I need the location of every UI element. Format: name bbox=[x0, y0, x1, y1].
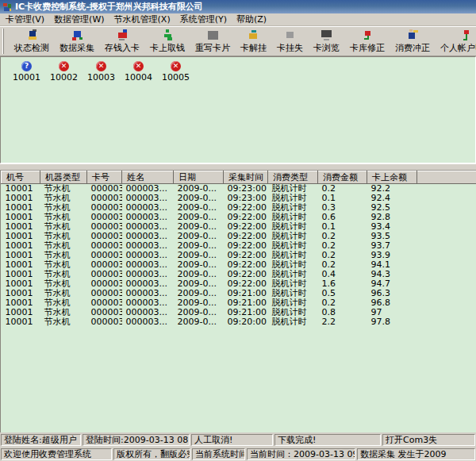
toolbar-button[interactable]: 个人帐户明细 bbox=[437, 29, 476, 55]
cell-consume-type: 脱机计时 bbox=[268, 203, 318, 213]
cell-card-no: 000003 bbox=[87, 289, 122, 298]
toolbar: 状态检测 数据采集 存钱入卡 卡上取钱 重写卡片 bbox=[0, 26, 476, 56]
status-bar-bottom: 欢迎使用收费管理系统 版权所有，翻版必究 当前系统时间 当前时间：2009-03… bbox=[0, 447, 476, 461]
table-row[interactable]: 10001 节水机 000003 000003... 2009-0... 09:… bbox=[2, 184, 476, 194]
column-header[interactable]: 姓名 bbox=[122, 171, 174, 184]
cell-filler bbox=[417, 279, 476, 289]
menu-item[interactable]: 节水机管理(X) bbox=[111, 13, 177, 26]
cell-name: 000003... bbox=[122, 298, 174, 308]
toolbar-button[interactable]: 重写卡片 bbox=[192, 29, 233, 55]
cell-machine-no: 10001 bbox=[2, 308, 40, 317]
table-row[interactable]: 10001 节水机 000003 000003... 2009-0... 09:… bbox=[2, 260, 476, 270]
cell-filler bbox=[417, 203, 476, 213]
cell-date: 2009-0... bbox=[174, 203, 224, 213]
toolbar-button-icon bbox=[320, 29, 333, 41]
cell-card-no: 000003 bbox=[87, 241, 122, 251]
cell-collect-time: 09:22:00 bbox=[224, 222, 268, 232]
cell-filler bbox=[417, 251, 476, 260]
cell-machine-no: 10001 bbox=[2, 232, 40, 241]
table-row[interactable]: 10001 节水机 000003 000003... 2009-0... 09:… bbox=[2, 222, 476, 232]
toolbar-button[interactable]: 卡库修正 bbox=[347, 29, 388, 55]
toolbar-button-icon bbox=[406, 29, 420, 41]
device-item[interactable]: ? 10001 bbox=[8, 61, 45, 83]
cell-collect-time: 09:20:00 bbox=[224, 317, 268, 327]
toolbar-button-label: 状态检测 bbox=[14, 42, 49, 54]
toolbar-button[interactable]: 消费冲正 bbox=[392, 29, 433, 55]
toolbar-button-label: 卡挂失 bbox=[277, 42, 303, 54]
menu-item[interactable]: 卡管理(V) bbox=[2, 13, 51, 26]
table-row[interactable]: 10001 节水机 000003 000003... 2009-0... 09:… bbox=[2, 298, 476, 308]
device-status-icon: ✕ bbox=[59, 61, 69, 71]
cell-collect-time: 09:22:00 bbox=[224, 260, 268, 270]
table-row[interactable]: 10001 节水机 000003 000003... 2009-0... 09:… bbox=[2, 289, 476, 298]
toolbar-button[interactable]: 卡解挂 bbox=[237, 29, 270, 55]
cell-date: 2009-0... bbox=[174, 194, 224, 203]
table-row[interactable]: 10001 节水机 000003 000003... 2009-0... 09:… bbox=[2, 317, 476, 327]
cell-collect-time: 09:22:00 bbox=[224, 213, 268, 222]
cell-card-no: 000003 bbox=[87, 203, 122, 213]
cell-consume-type: 脱机计时 bbox=[268, 251, 318, 260]
status-welcome: 欢迎使用收费管理系统 bbox=[1, 448, 112, 460]
column-header[interactable]: 卡上余额 bbox=[367, 171, 417, 184]
cell-consume-amount: 1.6 bbox=[318, 279, 367, 289]
status-com-port: 打开Com3失 bbox=[382, 434, 475, 446]
device-item[interactable]: ✕ 10003 bbox=[83, 61, 120, 83]
cell-card-balance: 92.2 bbox=[367, 184, 417, 194]
toolbar-button[interactable]: 卡浏览 bbox=[310, 29, 343, 55]
cell-filler bbox=[417, 241, 476, 251]
toolbar-button-label: 消费冲正 bbox=[395, 42, 430, 54]
cell-card-no: 000003 bbox=[87, 270, 122, 279]
toolbar-button[interactable]: 卡挂失 bbox=[274, 29, 306, 55]
cell-name: 000003... bbox=[122, 232, 174, 241]
cell-filler bbox=[417, 298, 476, 308]
cell-card-balance: 94.7 bbox=[367, 279, 417, 289]
cell-date: 2009-0... bbox=[174, 232, 224, 241]
cell-filler bbox=[417, 222, 476, 232]
table-row[interactable]: 10001 节水机 000003 000003... 2009-0... 09:… bbox=[2, 308, 476, 317]
toolbar-button[interactable]: 数据采集 bbox=[56, 29, 98, 55]
table-row[interactable]: 10001 节水机 000003 000003... 2009-0... 09:… bbox=[2, 213, 476, 222]
cell-machine-type: 节水机 bbox=[40, 317, 87, 327]
menu-item[interactable]: 数据管理(W) bbox=[51, 13, 110, 26]
cell-filler bbox=[417, 270, 476, 279]
window-title: IC卡收费控制系统-授权于郑州兴邦科技有限公司 bbox=[15, 1, 203, 13]
device-item[interactable]: ✕ 10004 bbox=[120, 61, 157, 83]
cell-machine-no: 10001 bbox=[2, 279, 40, 289]
table-row[interactable]: 10001 节水机 000003 000003... 2009-0... 09:… bbox=[2, 203, 476, 213]
table-row[interactable]: 10001 节水机 000003 000003... 2009-0... 09:… bbox=[2, 232, 476, 241]
table-row[interactable]: 10001 节水机 000003 000003... 2009-0... 09:… bbox=[2, 270, 476, 279]
column-header[interactable]: 消费类型 bbox=[268, 171, 318, 184]
table-body: 10001 节水机 000003 000003... 2009-0... 09:… bbox=[2, 184, 476, 328]
menu-item[interactable]: 系统管理(Y) bbox=[177, 13, 233, 26]
column-header[interactable]: 机器类型 bbox=[40, 171, 87, 184]
column-header[interactable]: 日期 bbox=[174, 171, 224, 184]
cell-consume-amount: 2.2 bbox=[318, 317, 367, 327]
toolbar-button[interactable]: 状态检测 bbox=[11, 29, 52, 55]
toolbar-button[interactable]: 存钱入卡 bbox=[102, 29, 143, 55]
cell-collect-time: 09:21:00 bbox=[224, 298, 268, 308]
cell-collect-time: 09:22:00 bbox=[224, 279, 268, 289]
table-row[interactable]: 10001 节水机 000003 000003... 2009-0... 09:… bbox=[2, 241, 476, 251]
device-item[interactable]: ✕ 10002 bbox=[45, 61, 83, 83]
cell-card-no: 000003 bbox=[87, 308, 122, 317]
table-row[interactable]: 10001 节水机 000003 000003... 2009-0... 09:… bbox=[2, 194, 476, 203]
toolbar-button[interactable]: 卡上取钱 bbox=[147, 29, 188, 55]
cell-name: 000003... bbox=[122, 308, 174, 317]
menu-item[interactable]: 帮助(Z) bbox=[233, 13, 273, 26]
column-header[interactable]: 机号 bbox=[2, 171, 40, 184]
status-login-time: 登陆时间:2009-03-13 08:51:56 bbox=[83, 434, 190, 446]
cell-machine-no: 10001 bbox=[2, 251, 40, 260]
column-header[interactable]: 消费金额 bbox=[318, 171, 367, 184]
cell-machine-no: 10001 bbox=[2, 270, 40, 279]
cell-filler bbox=[417, 289, 476, 298]
table-row[interactable]: 10001 节水机 000003 000003... 2009-0... 09:… bbox=[2, 279, 476, 289]
column-header[interactable]: 采集时间 bbox=[224, 171, 268, 184]
table-row[interactable]: 10001 节水机 000003 000003... 2009-0... 09:… bbox=[2, 251, 476, 260]
column-header[interactable]: 卡号 bbox=[87, 171, 122, 184]
cell-consume-amount: 0.1 bbox=[318, 194, 367, 203]
cell-consume-amount: 0.1 bbox=[318, 222, 367, 232]
status-bar-top: 登陆姓名:超级用户 登陆时间:2009-03-13 08:51:56 人工取消!… bbox=[0, 432, 476, 447]
toolbar-gripper-handle[interactable] bbox=[2, 29, 4, 54]
device-item[interactable]: ✕ 10005 bbox=[157, 61, 194, 83]
cell-consume-amount: 0.2 bbox=[318, 298, 367, 308]
